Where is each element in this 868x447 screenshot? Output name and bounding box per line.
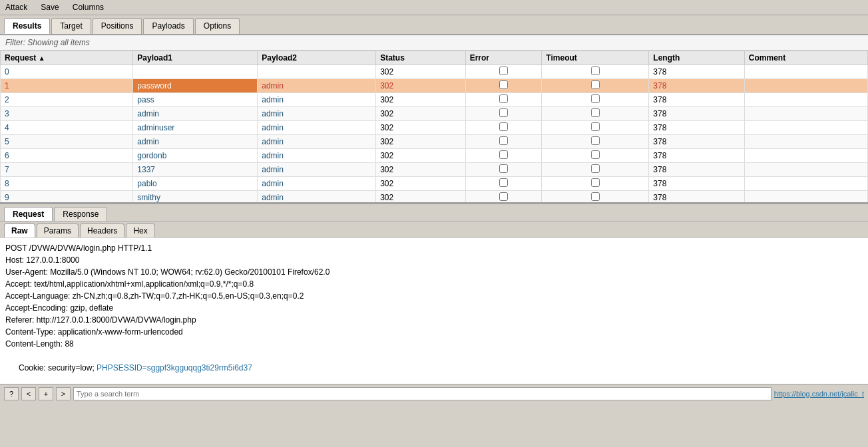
cell-error-checkbox[interactable] [499, 150, 508, 159]
table-row[interactable]: 71337admin302378 [1, 163, 868, 177]
cell-error[interactable] [465, 191, 542, 204]
cell-timeout-checkbox[interactable] [591, 136, 600, 145]
cell-timeout[interactable] [542, 65, 649, 79]
filter-bar: Filter: Showing all items [0, 35, 868, 51]
cell-error[interactable] [465, 93, 542, 107]
cell-timeout-checkbox[interactable] [591, 150, 600, 159]
filter-text: Filter: Showing all items [5, 38, 90, 47]
cell-error[interactable] [465, 65, 542, 79]
results-table-container[interactable]: Request ▲ Payload1 Payload2 Status Error… [0, 51, 868, 204]
cell-status: 302 [376, 107, 466, 121]
cell-error[interactable] [465, 177, 542, 191]
cell-timeout-checkbox[interactable] [591, 80, 600, 89]
tab-headers[interactable]: Headers [80, 224, 124, 237]
tab-results[interactable]: Results [4, 18, 50, 34]
http-line-6: Accept-Encoding: gzip, deflate [5, 302, 863, 314]
cell-error-checkbox[interactable] [499, 80, 508, 89]
tab-params[interactable]: Params [37, 224, 79, 237]
tab-payloads[interactable]: Payloads [143, 18, 193, 34]
cell-timeout-checkbox[interactable] [591, 108, 600, 117]
cell-timeout-checkbox[interactable] [591, 164, 600, 173]
cell-error[interactable] [465, 79, 542, 93]
http-content: POST /DVWA/DVWA/login.php HTTP/1.1 Host:… [0, 237, 868, 384]
tab-target[interactable]: Target [51, 18, 91, 34]
menu-attack[interactable]: Attack [3, 1, 30, 13]
cell-error[interactable] [465, 163, 542, 177]
menu-save[interactable]: Save [38, 1, 61, 13]
cell-length: 378 [649, 149, 745, 163]
cell-timeout[interactable] [542, 149, 649, 163]
prev-button[interactable]: < [21, 387, 36, 400]
cell-timeout-checkbox[interactable] [591, 94, 600, 103]
cell-error-checkbox[interactable] [499, 164, 508, 173]
cell-timeout[interactable] [542, 177, 649, 191]
col-error[interactable]: Error [465, 51, 542, 65]
cell-request: 1 [1, 79, 133, 93]
table-row[interactable]: 2passadmin302378 [1, 93, 868, 107]
cell-timeout[interactable] [542, 93, 649, 107]
cell-timeout[interactable] [542, 163, 649, 177]
tab-options[interactable]: Options [195, 18, 240, 34]
cell-status: 302 [376, 191, 466, 204]
cell-request: 6 [1, 149, 133, 163]
col-timeout[interactable]: Timeout [542, 51, 649, 65]
table-header-row: Request ▲ Payload1 Payload2 Status Error… [1, 51, 868, 65]
cell-error[interactable] [465, 107, 542, 121]
cell-timeout[interactable] [542, 135, 649, 149]
cell-timeout[interactable] [542, 107, 649, 121]
cell-error-checkbox[interactable] [499, 67, 508, 75]
cell-error-checkbox[interactable] [499, 122, 508, 131]
cell-timeout[interactable] [542, 191, 649, 204]
cell-request: 4 [1, 121, 133, 135]
tab-positions[interactable]: Positions [93, 18, 142, 34]
table-row[interactable]: 5adminadmin302378 [1, 135, 868, 149]
cell-payload2 [258, 65, 376, 79]
cell-error-checkbox[interactable] [499, 136, 508, 145]
cell-request: 8 [1, 177, 133, 191]
cell-timeout-checkbox[interactable] [591, 122, 600, 131]
cell-timeout-checkbox[interactable] [591, 67, 600, 75]
tab-raw[interactable]: Raw [4, 224, 35, 237]
tab-hex[interactable]: Hex [126, 224, 154, 237]
cell-length: 378 [649, 163, 745, 177]
cell-timeout[interactable] [542, 79, 649, 93]
col-request[interactable]: Request ▲ [1, 51, 133, 65]
col-comment[interactable]: Comment [744, 51, 867, 65]
next-button[interactable]: > [56, 387, 71, 400]
col-payload2[interactable]: Payload2 [258, 51, 376, 65]
main-tabs: Results Target Positions Payloads Option… [0, 15, 868, 35]
table-row[interactable]: 6gordonbadmin302378 [1, 149, 868, 163]
table-row[interactable]: 1passwordadmin302378 [1, 79, 868, 93]
tab-response[interactable]: Response [54, 207, 107, 221]
help-button[interactable]: ? [4, 387, 19, 400]
cell-payload2: admin [258, 79, 376, 93]
cell-timeout[interactable] [542, 121, 649, 135]
menu-columns[interactable]: Columns [70, 1, 107, 13]
search-input[interactable] [73, 387, 771, 400]
cell-error[interactable] [465, 135, 542, 149]
table-row[interactable]: 3adminadmin302378 [1, 107, 868, 121]
cell-error-checkbox[interactable] [499, 94, 508, 103]
cell-error-checkbox[interactable] [499, 178, 508, 187]
cell-status: 302 [376, 93, 466, 107]
status-url[interactable]: https://blog.csdn.net/jcalic_t [774, 390, 864, 398]
cell-timeout-checkbox[interactable] [591, 192, 600, 201]
add-button[interactable]: + [39, 387, 53, 400]
table-row[interactable]: 4adminuseradmin302378 [1, 121, 868, 135]
cell-length: 378 [649, 107, 745, 121]
col-payload1[interactable]: Payload1 [133, 51, 258, 65]
tab-request[interactable]: Request [4, 207, 53, 221]
cell-timeout-checkbox[interactable] [591, 178, 600, 187]
table-row[interactable]: 9smithyadmin302378 [1, 191, 868, 204]
cell-error[interactable] [465, 149, 542, 163]
cell-error-checkbox[interactable] [499, 108, 508, 117]
http-line-10: Cookie: security=low; PHPSESSID=sggpf3kg… [5, 350, 863, 384]
table-row[interactable]: 8pabloadmin302378 [1, 177, 868, 191]
col-length[interactable]: Length [649, 51, 745, 65]
col-status[interactable]: Status [376, 51, 466, 65]
table-row[interactable]: 0302378 [1, 65, 868, 79]
cell-payload2: admin [258, 107, 376, 121]
cell-error[interactable] [465, 121, 542, 135]
cell-error-checkbox[interactable] [499, 192, 508, 201]
http-line-8: Content-Type: application/x-www-form-url… [5, 326, 863, 338]
